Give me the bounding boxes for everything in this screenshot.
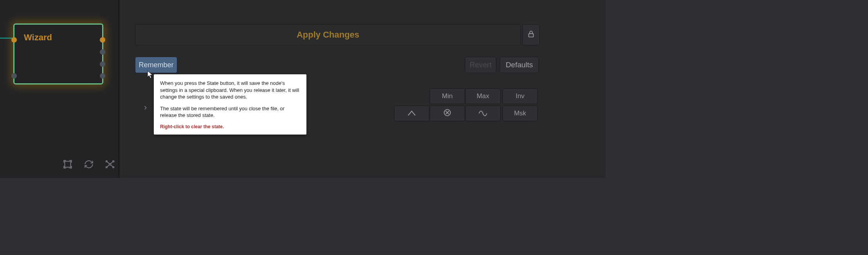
inv-button[interactable]: Inv (502, 88, 538, 104)
svg-rect-6 (529, 34, 533, 37)
tooltip-hint: Right-click to clear the state. (160, 124, 300, 130)
min-label: Min (442, 92, 452, 100)
refresh-icon[interactable] (84, 159, 94, 171)
graph-icon[interactable] (105, 159, 115, 171)
port-in-1[interactable] (11, 37, 17, 43)
wave-button[interactable] (465, 106, 501, 121)
defaults-button[interactable]: Defaults (500, 57, 539, 73)
peak-button[interactable] (394, 106, 429, 121)
lock-button[interactable] (522, 24, 540, 45)
wave-icon (478, 109, 488, 118)
min-button[interactable]: Min (430, 88, 465, 104)
apply-changes-label: Apply Changes (297, 30, 359, 40)
msk-button[interactable]: Msk (502, 106, 538, 121)
max-button[interactable]: Max (465, 88, 501, 104)
expand-chevron-icon[interactable]: › (144, 102, 147, 113)
wizard-node[interactable]: Wizard (13, 23, 103, 84)
svg-rect-0 (65, 161, 70, 167)
revert-label: Revert (470, 61, 492, 69)
max-label: Max (477, 92, 489, 100)
lock-icon (527, 30, 535, 40)
remember-label: Remember (139, 61, 173, 69)
defaults-label: Defaults (506, 61, 533, 69)
disable-button[interactable] (430, 106, 465, 121)
tooltip-line-2: The state will be remembered until you c… (160, 105, 300, 119)
inv-label: Inv (516, 92, 525, 100)
port-out-3[interactable] (100, 61, 105, 67)
node-graph-panel: Wizard (0, 0, 119, 178)
circle-x-icon (443, 109, 451, 119)
apply-changes-button[interactable]: Apply Changes (135, 24, 521, 45)
port-out-1[interactable] (100, 37, 105, 43)
msk-label: Msk (514, 110, 526, 117)
revert-button[interactable]: Revert (465, 57, 496, 73)
frame-icon[interactable] (63, 159, 73, 171)
node-title: Wizard (24, 32, 52, 43)
port-in-2[interactable] (11, 73, 17, 79)
tooltip-line-1: When you press the State button, it will… (160, 80, 300, 101)
peak-icon (407, 109, 416, 118)
remember-tooltip: When you press the State button, it will… (154, 74, 306, 135)
port-out-2[interactable] (100, 49, 105, 55)
port-out-4[interactable] (100, 73, 105, 79)
remember-button[interactable]: Remember (135, 57, 177, 73)
